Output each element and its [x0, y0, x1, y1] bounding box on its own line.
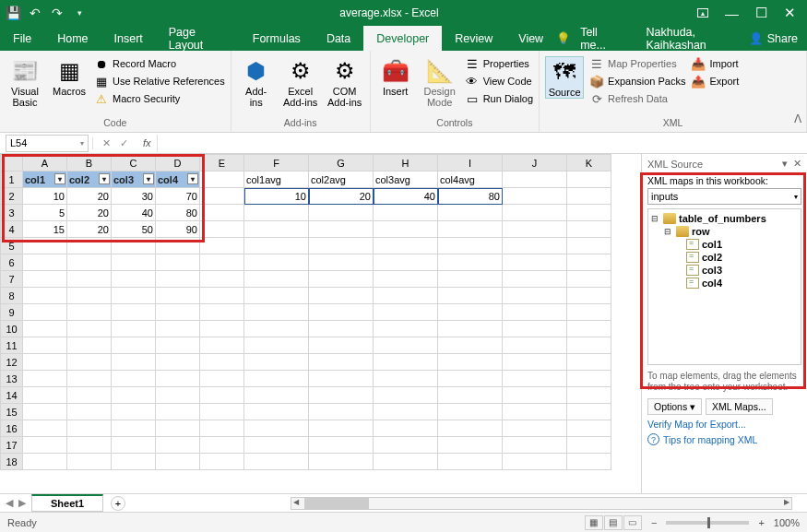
cell[interactable]: 15 — [23, 221, 67, 238]
col-header[interactable]: I — [438, 155, 503, 171]
cell[interactable]: 40 — [112, 205, 156, 221]
verify-map-link[interactable]: Verify Map for Export... — [647, 419, 801, 430]
close-pane-icon[interactable]: ✕ — [793, 158, 801, 169]
macros-button[interactable]: ▦Macros — [50, 56, 89, 97]
run-dialog-button[interactable]: ▭Run Dialog — [465, 91, 533, 106]
cell[interactable]: 40 — [374, 188, 438, 205]
cell[interactable]: 10 — [244, 188, 309, 205]
tree-node-root[interactable]: ⊟table_of_numbers — [651, 212, 798, 225]
row-header[interactable]: 18 — [1, 454, 23, 470]
refresh-data-button[interactable]: ⟳Refresh Data — [589, 91, 685, 106]
sheet-nav-next-icon[interactable]: ▶ — [18, 497, 26, 509]
tree-leaf[interactable]: col2 — [651, 251, 798, 264]
cell[interactable]: col2avg — [309, 171, 374, 188]
enter-formula-icon[interactable]: ✓ — [120, 137, 128, 149]
row-header[interactable]: 11 — [1, 337, 23, 354]
col-header[interactable]: D — [156, 155, 200, 171]
xml-source-button[interactable]: 🗺Source — [545, 56, 584, 99]
name-box[interactable]: L54▾ — [6, 135, 89, 152]
cell[interactable]: col1avg — [244, 171, 309, 188]
tab-home[interactable]: Home — [44, 26, 101, 51]
filter-dropdown-icon[interactable]: ▾ — [187, 173, 198, 184]
cell[interactable]: 20 — [67, 221, 112, 238]
filter-dropdown-icon[interactable]: ▾ — [99, 173, 110, 184]
design-mode-button[interactable]: 📐Design Mode — [421, 56, 459, 108]
cell[interactable]: 5 — [23, 205, 67, 221]
zoom-in-button[interactable]: + — [758, 517, 764, 528]
macro-security-button[interactable]: ⚠Macro Security — [94, 91, 225, 106]
zoom-out-button[interactable]: − — [651, 517, 657, 528]
row-header[interactable]: 9 — [1, 304, 23, 321]
excel-addins-button[interactable]: ⚙Excel Add-ins — [281, 56, 320, 108]
col-header[interactable]: K — [567, 155, 611, 171]
row-header[interactable]: 4 — [1, 221, 23, 238]
minimize-button[interactable]: — — [725, 6, 739, 21]
row-header[interactable]: 2 — [1, 188, 23, 205]
row-header[interactable]: 17 — [1, 437, 23, 454]
tab-developer[interactable]: Developer — [363, 26, 442, 51]
row-header[interactable]: 7 — [1, 271, 23, 288]
row-header[interactable]: 12 — [1, 354, 23, 371]
xml-maps-button[interactable]: XML Maps... — [706, 398, 773, 415]
cell[interactable]: 20 — [309, 188, 374, 205]
filter-dropdown-icon[interactable]: ▾ — [54, 173, 65, 184]
fx-icon[interactable]: fx — [137, 137, 157, 148]
pane-dropdown-icon[interactable]: ▾ — [782, 158, 788, 169]
tab-view[interactable]: View — [505, 26, 556, 51]
col-header[interactable]: B — [67, 155, 112, 171]
tab-data[interactable]: Data — [314, 26, 363, 51]
col-header[interactable]: A — [23, 155, 67, 171]
filter-dropdown-icon[interactable]: ▾ — [143, 173, 154, 184]
export-button[interactable]: 📤Export — [691, 74, 739, 89]
visual-basic-button[interactable]: 📰Visual Basic — [6, 56, 44, 108]
options-button[interactable]: Options ▾ — [647, 398, 702, 415]
collapse-ribbon-icon[interactable]: ᐱ — [794, 112, 801, 125]
cell[interactable]: 10 — [23, 188, 67, 205]
sheet-nav-prev-icon[interactable]: ◀ — [6, 497, 13, 509]
row-header[interactable]: 1 — [1, 171, 23, 188]
page-break-view-button[interactable]: ▭ — [623, 515, 642, 530]
user-name[interactable]: Nakhuda, Kaihkashan — [647, 26, 740, 52]
insert-control-button[interactable]: 🧰Insert — [376, 56, 415, 97]
select-all-corner[interactable] — [1, 155, 23, 171]
table-header-cell[interactable]: col4▾ — [156, 171, 200, 188]
map-properties-button[interactable]: ☰Map Properties — [589, 56, 685, 71]
cancel-formula-icon[interactable]: ✕ — [102, 137, 111, 149]
cell[interactable]: 30 — [112, 188, 156, 205]
cell[interactable]: 80 — [156, 205, 200, 221]
row-header[interactable]: 6 — [1, 254, 23, 271]
col-header[interactable]: H — [374, 155, 438, 171]
import-button[interactable]: 📥Import — [691, 56, 739, 71]
com-addins-button[interactable]: ⚙COM Add-ins — [326, 56, 364, 108]
tab-formulas[interactable]: Formulas — [240, 26, 314, 51]
table-header-cell[interactable]: col1▾ — [23, 171, 67, 188]
cell[interactable]: 20 — [67, 188, 112, 205]
tree-leaf[interactable]: col1 — [651, 238, 798, 251]
horizontal-scrollbar[interactable] — [291, 497, 792, 510]
cell[interactable]: 90 — [156, 221, 200, 238]
row-header[interactable]: 14 — [1, 387, 23, 404]
ribbon-options-icon[interactable]: ▴ — [697, 8, 708, 18]
close-button[interactable]: ✕ — [784, 5, 796, 21]
sheet-tab[interactable]: Sheet1 — [31, 494, 103, 512]
col-header[interactable]: E — [200, 155, 244, 171]
cell[interactable]: 70 — [156, 188, 200, 205]
redo-icon[interactable]: ↷ — [50, 6, 65, 20]
cell[interactable]: 20 — [67, 205, 112, 221]
expansion-packs-button[interactable]: 📦Expansion Packs — [589, 74, 685, 89]
cell[interactable]: 50 — [112, 221, 156, 238]
row-header[interactable]: 8 — [1, 288, 23, 304]
tab-review[interactable]: Review — [442, 26, 505, 51]
spreadsheet-grid[interactable]: A B C D E F G H I J K 1 col1▾ col2▾ — [0, 154, 641, 493]
col-header[interactable]: J — [503, 155, 567, 171]
page-layout-view-button[interactable]: ▤ — [604, 515, 623, 530]
cell[interactable]: 80 — [438, 188, 503, 205]
undo-icon[interactable]: ↶ — [28, 6, 42, 20]
table-header-cell[interactable]: col3▾ — [112, 171, 156, 188]
row-header[interactable]: 10 — [1, 321, 23, 337]
tree-leaf[interactable]: col4 — [651, 277, 798, 290]
formula-input[interactable] — [157, 135, 807, 152]
save-icon[interactable]: 💾 — [6, 6, 20, 20]
row-header[interactable]: 3 — [1, 205, 23, 221]
view-code-button[interactable]: 👁View Code — [465, 74, 533, 89]
